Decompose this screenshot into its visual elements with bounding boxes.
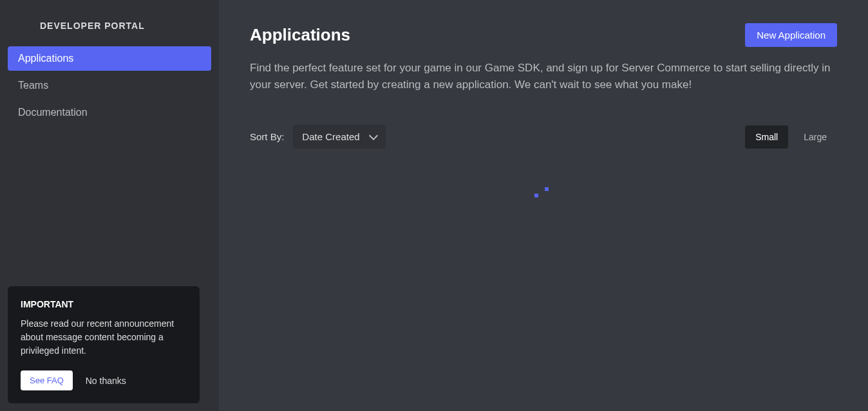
portal-title: DEVELOPER PORTAL [8,13,211,46]
chevron-down-icon [369,131,378,140]
sort-label: Sort By: [250,131,284,142]
sidebar-item-applications[interactable]: Applications [8,46,211,71]
view-large-button[interactable]: Large [793,125,837,149]
notice-card: IMPORTANT Please read our recent announc… [8,286,200,403]
view-toggle: Small Large [745,125,837,149]
notice-title: IMPORTANT [21,299,187,309]
loading-spinner [531,187,556,200]
nav-list: Applications Teams Documentation [8,46,211,127]
page-title: Applications [250,25,350,45]
notice-actions: See FAQ No thanks [21,370,187,390]
sort-group: Sort By: Date Created [250,125,386,149]
no-thanks-button[interactable]: No thanks [86,376,126,386]
loader-dot-icon [545,187,549,191]
new-application-button[interactable]: New Application [745,23,837,47]
page-description: Find the perfect feature set for your ga… [250,60,837,93]
view-small-button[interactable]: Small [745,125,788,149]
loader-dot-icon [534,194,538,197]
sort-select[interactable]: Date Created [293,125,385,149]
header-row: Applications New Application [250,23,837,47]
see-faq-button[interactable]: See FAQ [21,370,73,390]
sidebar-item-teams[interactable]: Teams [8,73,211,98]
sort-value: Date Created [302,131,359,142]
notice-body: Please read our recent announcement abou… [21,317,187,358]
sidebar-item-documentation[interactable]: Documentation [8,100,211,125]
main-content: Applications New Application Find the pe… [219,0,868,411]
controls-row: Sort By: Date Created Small Large [250,125,837,149]
sidebar: DEVELOPER PORTAL Applications Teams Docu… [0,0,219,411]
